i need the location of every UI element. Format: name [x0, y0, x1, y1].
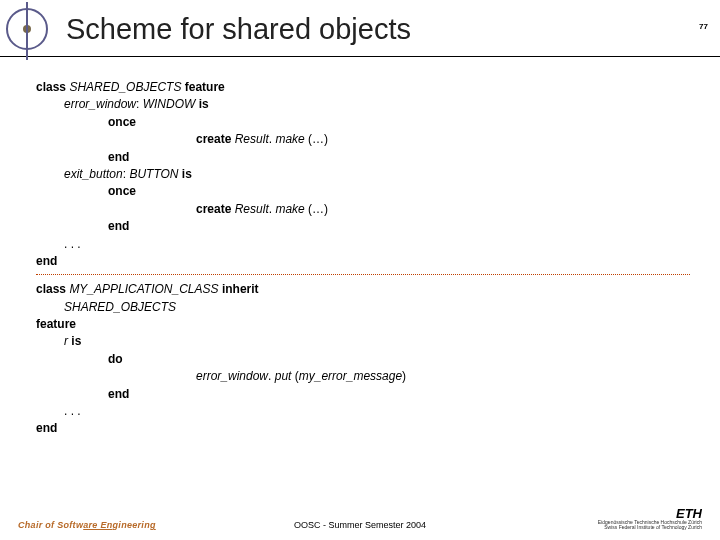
slide-footer: Chair of Software Engineering OOSC - Sum…: [0, 507, 720, 530]
footer-center: OOSC - Summer Semester 2004: [294, 520, 426, 530]
code-block: class SHARED_OBJECTS feature error_windo…: [0, 57, 720, 438]
code-divider: [36, 274, 690, 275]
slide-header: Scheme for shared objects: [0, 0, 720, 52]
footer-left: Chair of Software Engineering: [18, 520, 156, 530]
footer-right: ETH Eidgenössische Technische Hochschule…: [598, 507, 702, 530]
slide-title: Scheme for shared objects: [66, 13, 411, 46]
pendulum-icon: [6, 8, 48, 50]
page-number: 77: [699, 22, 708, 31]
